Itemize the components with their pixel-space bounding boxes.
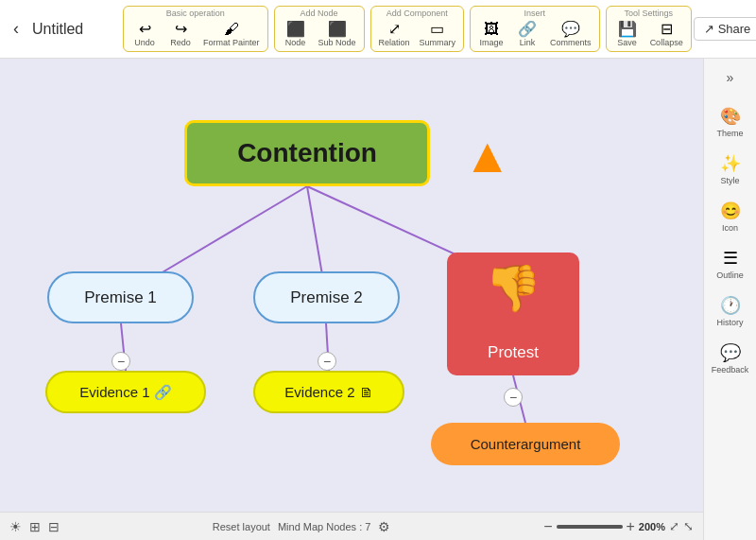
comments-label: Comments: [550, 38, 592, 47]
link-button[interactable]: 🔗 Link: [510, 20, 544, 49]
undo-icon: ↩: [139, 22, 151, 37]
summary-button[interactable]: ▭ Summary: [416, 20, 460, 49]
sidebar-item-icon[interactable]: 😊 Icon: [708, 195, 753, 238]
minus-premise1-evidence1[interactable]: −: [112, 352, 130, 371]
share-icon: ↗: [704, 22, 714, 36]
zoom-plus-button[interactable]: +: [627, 518, 635, 535]
collapse-button[interactable]: ⊟ Collapse: [646, 20, 687, 49]
toolbar-group-basic-label: Basic operation: [166, 9, 225, 18]
summary-label: Summary: [420, 38, 456, 47]
style-label: Style: [720, 176, 739, 185]
icon-label: Icon: [722, 223, 738, 233]
thumbs-down-icon: 👎: [485, 262, 541, 315]
save-button[interactable]: 💾 Save: [610, 20, 644, 49]
node-button[interactable]: ⬛ Node: [279, 20, 313, 49]
node-icon: ⬛: [286, 22, 305, 37]
link-icon: 🔗: [518, 22, 537, 37]
sidebar-collapse-button[interactable]: »: [723, 66, 738, 89]
comments-button[interactable]: 💬 Comments: [546, 20, 595, 49]
save-icon: 💾: [618, 22, 637, 37]
image-label: Image: [480, 38, 504, 47]
save-label: Save: [617, 38, 637, 47]
node-label: Node: [285, 38, 306, 47]
toolbar-group-add-node: Add Node ⬛ Node ⬛ Sub Node: [274, 6, 365, 52]
contention-label: Contention: [237, 138, 377, 168]
relation-label: Relation: [379, 38, 410, 47]
collapse-icon: ⊟: [661, 22, 673, 37]
toolbar: Basic operation ↩ Undo ↪ Redo 🖌 Format P…: [121, 6, 694, 52]
sub-node-label: Sub Node: [318, 38, 356, 47]
image-button[interactable]: 🖼 Image: [474, 20, 508, 49]
zoom-minus-button[interactable]: −: [543, 518, 552, 535]
bottom-center: Reset layout Mind Map Nodes : 7 ⚙: [69, 519, 534, 534]
toolbar-basic-items: ↩ Undo ↪ Redo 🖌 Format Painter: [128, 20, 264, 49]
share-button[interactable]: ↗ Share: [694, 17, 756, 41]
zoom-expand-button[interactable]: ⤢: [669, 519, 679, 533]
toolbar-add-component-items: ⤢ Relation ▭ Summary: [375, 20, 460, 49]
back-button[interactable]: ‹: [8, 17, 25, 41]
undo-button[interactable]: ↩ Undo: [128, 20, 162, 49]
evidence2-label: Evidence 2 🗎: [284, 384, 372, 400]
grid-icon[interactable]: ⊞: [29, 519, 41, 534]
style-icon: ✨: [720, 153, 741, 174]
reset-layout-button[interactable]: Reset layout: [213, 521, 270, 532]
toolbar-tool-settings-items: 💾 Save ⊟ Collapse: [610, 20, 687, 49]
bottom-bar: ☀ ⊞ ⊟ Reset layout Mind Map Nodes : 7 ⚙ …: [0, 512, 703, 540]
redo-icon: ↪: [175, 22, 187, 37]
theme-label: Theme: [716, 129, 743, 138]
format-painter-button[interactable]: 🖌 Format Painter: [199, 20, 264, 49]
main: ▲ Contention Premise 1 − Premise 2 − 👎 P…: [0, 59, 756, 540]
redo-button[interactable]: ↪ Redo: [163, 20, 198, 49]
feedback-label: Feedback: [712, 365, 749, 375]
relation-icon: ⤢: [388, 22, 401, 37]
toolbar-group-add-component-label: Add Component: [387, 9, 448, 18]
header-left: ‹ Untitled: [8, 17, 121, 41]
node-contention[interactable]: Contention: [184, 120, 430, 186]
zoom-slider[interactable]: [557, 525, 623, 529]
zoom-level: 200%: [639, 521, 665, 532]
outline-icon: ☰: [723, 248, 738, 269]
protest-label: Protest: [488, 343, 539, 362]
node-evidence2[interactable]: Evidence 2 🗎: [253, 371, 404, 413]
minus-premise2-evidence2[interactable]: −: [318, 352, 336, 371]
sub-node-button[interactable]: ⬛ Sub Node: [315, 20, 360, 49]
dot-icon: ⚙: [378, 519, 390, 534]
toolbar-group-insert-label: Insert: [524, 9, 546, 18]
node-premise2[interactable]: Premise 2: [253, 271, 400, 323]
sidebar-item-outline[interactable]: ☰ Outline: [708, 242, 753, 286]
node-premise1[interactable]: Premise 1: [47, 271, 194, 323]
sidebar-item-history[interactable]: 🕐 History: [708, 289, 753, 333]
minus-protest-counterargument[interactable]: −: [504, 388, 523, 407]
sidebar: » 🎨 Theme ✨ Style 😊 Icon ☰ Outline 🕐 His…: [703, 59, 756, 540]
table-icon[interactable]: ⊟: [48, 519, 60, 534]
sidebar-item-feedback[interactable]: 💬 Feedback: [708, 337, 753, 380]
image-icon: 🖼: [484, 22, 499, 37]
sidebar-item-style[interactable]: ✨ Style: [708, 148, 753, 191]
redo-label: Redo: [170, 38, 191, 47]
canvas[interactable]: ▲ Contention Premise 1 − Premise 2 − 👎 P…: [0, 59, 703, 540]
fullscreen-button[interactable]: ⤡: [683, 519, 694, 533]
node-counterargument[interactable]: Counterargument: [431, 423, 620, 465]
relation-button[interactable]: ⤢ Relation: [375, 20, 414, 49]
history-label: History: [716, 318, 743, 327]
toolbar-group-tool-settings: Tool Settings 💾 Save ⊟ Collapse: [606, 6, 692, 52]
toolbar-add-node-items: ⬛ Node ⬛ Sub Node: [279, 20, 360, 49]
toolbar-group-tool-settings-label: Tool Settings: [624, 9, 673, 18]
sidebar-item-theme[interactable]: 🎨 Theme: [708, 100, 753, 144]
comments-icon: 💬: [561, 22, 580, 37]
format-painter-icon: 🖌: [224, 22, 239, 37]
bottom-right: − + 200% ⤢ ⤡: [543, 518, 694, 535]
sub-node-icon: ⬛: [328, 22, 347, 37]
toolbar-group-basic: Basic operation ↩ Undo ↪ Redo 🖌 Format P…: [123, 6, 268, 52]
toolbar-group-insert: Insert 🖼 Image 🔗 Link 💬 Comments: [470, 6, 600, 52]
toolbar-group-add-component: Add Component ⤢ Relation ▭ Summary: [370, 6, 465, 52]
node-protest[interactable]: 👎 Protest: [447, 253, 579, 375]
sun-icon[interactable]: ☀: [9, 519, 22, 534]
feedback-icon: 💬: [720, 342, 741, 363]
header-right: ↗ Share 📤 Export: [694, 17, 756, 41]
zoom-slider-fill: [557, 525, 623, 529]
toolbar-group-add-node-label: Add Node: [301, 9, 338, 18]
node-evidence1[interactable]: Evidence 1 🔗: [45, 371, 206, 413]
theme-icon: 🎨: [720, 106, 741, 127]
header: ‹ Untitled Basic operation ↩ Undo ↪ Redo…: [0, 0, 756, 59]
